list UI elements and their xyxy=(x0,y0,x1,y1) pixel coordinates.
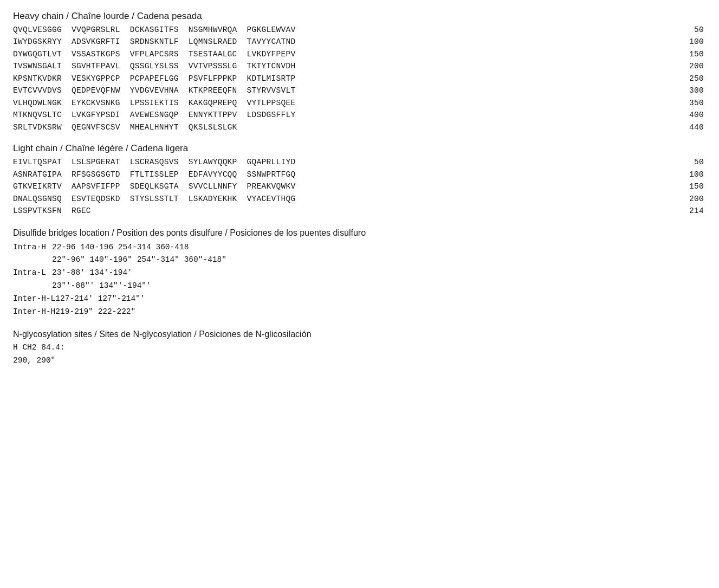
sequence-groups: EVTCVVVDVS QEDPEVQFNW YVDGVEVHNA KTKPREE… xyxy=(13,85,680,96)
sequence-number: 350 xyxy=(680,97,706,109)
sequence-number: 440 xyxy=(680,121,706,133)
disulfide-values: 219-219" 222-222" xyxy=(55,306,706,319)
disulfide-values: 127-214' 127"-214"' xyxy=(55,293,706,306)
disulfide-values: 22"-96" 140"-196" 254"-314" 360"-418" xyxy=(52,254,706,267)
sequence-groups: KPSNTKVDKR VESKYGPPCP PCPAPEFLGG PSVFLFP… xyxy=(13,73,680,85)
disulfide-title: Disulfide bridges location / Position de… xyxy=(13,228,706,238)
disulfide-values: 23'-88' 134'-194' xyxy=(52,267,706,280)
sequence-number: 150 xyxy=(680,48,706,60)
disulfide-row: Inter-H-L127-214' 127"-214"' xyxy=(13,293,706,306)
glyco-line: 290, 290" xyxy=(13,354,706,367)
sequence-line: GTKVEIKRTV AAPSVFIFPP SDEQLKSGTA SVVCLLN… xyxy=(13,180,706,192)
sequence-number: 50 xyxy=(680,156,706,168)
sequence-line: QVQLVESGGG VVQPGRSLRL DCKASGITFS NSGMHWV… xyxy=(13,24,706,36)
sequence-groups: ASNRATGIPA RFSGSGSGTD FTLTISSLEP EDFAVYY… xyxy=(13,169,680,180)
glyco-line: H CH2 84.4: xyxy=(13,341,706,354)
disulfide-content: Intra-H22-96 140-196 254-314 360-41822"-… xyxy=(13,241,706,319)
sequence-groups: SRLTVDKSRW QEGNVFSCSV MHEALHNHYT QKSLSLS… xyxy=(13,121,680,133)
sequence-line: MTKNQVSLTC LVKGFYPSDI AVEWESNGQP ENNYKTT… xyxy=(13,109,706,121)
sequence-number: 400 xyxy=(680,109,706,121)
sequence-line: SRLTVDKSRW QEGNVFSCSV MHEALHNHYT QKSLSLS… xyxy=(13,121,706,133)
sequence-line: EVTCVVVDVS QEDPEVQFNW YVDGVEVHNA KTKPREE… xyxy=(13,85,706,96)
heavy-chain-section: Heavy chain / Chaîne lourde / Cadena pes… xyxy=(13,11,706,133)
light-chain-sequences: EIVLTQSPAT LSLSPGERAT LSCRASQSVS SYLAWYQ… xyxy=(13,156,706,217)
sequence-groups: DYWGQGTLVT VSSASTKGPS VFPLAPCSRS TSESTAA… xyxy=(13,48,680,60)
sequence-groups: VLHQDWLNGK EYKCKVSNKG LPSSIEKTIS KAKGQPR… xyxy=(13,97,680,109)
sequence-groups: DNALQSGNSQ ESVTEQDSKD STYSLSSTLT LSKADYE… xyxy=(13,193,680,205)
sequence-line: KPSNTKVDKR VESKYGPPCP PCPAPEFLGG PSVFLFP… xyxy=(13,73,706,85)
sequence-groups: MTKNQVSLTC LVKGFYPSDI AVEWESNGQP ENNYKTT… xyxy=(13,109,680,121)
sequence-line: LSSPVTKSFN RGEC214 xyxy=(13,205,706,217)
light-chain-title: Light chain / Chaîne légère / Cadena lig… xyxy=(13,143,706,154)
sequence-groups: IWYDGSKRYY ADSVKGRFTI SRDNSKNTLF LQMNSLR… xyxy=(13,36,680,48)
heavy-chain-title: Heavy chain / Chaîne lourde / Cadena pes… xyxy=(13,11,706,22)
sequence-line: DNALQSGNSQ ESVTEQDSKD STYSLSSTLT LSKADYE… xyxy=(13,193,706,205)
sequence-number: 200 xyxy=(680,60,706,72)
disulfide-row: 23"'-88"' 134"'-194"' xyxy=(13,280,706,293)
disulfide-label: Inter-H-L xyxy=(13,293,55,306)
disulfide-values: 22-96 140-196 254-314 360-418 xyxy=(52,241,706,254)
sequence-number: 50 xyxy=(680,24,706,36)
disulfide-label: Intra-L xyxy=(13,267,52,280)
sequence-number: 200 xyxy=(680,193,706,205)
disulfide-row: Inter-H-H219-219" 222-222" xyxy=(13,306,706,319)
sequence-number: 150 xyxy=(680,180,706,192)
sequence-line: TVSWNSGALT SGVHTFPAVL QSSGLYSLSS VVTVPSS… xyxy=(13,60,706,72)
sequence-line: IWYDGSKRYY ADSVKGRFTI SRDNSKNTLF LQMNSLR… xyxy=(13,36,706,48)
sequence-number: 300 xyxy=(680,85,706,96)
sequence-line: DYWGQGTLVT VSSASTKGPS VFPLAPCSRS TSESTAA… xyxy=(13,48,706,60)
disulfide-section: Disulfide bridges location / Position de… xyxy=(13,228,706,319)
disulfide-row: Intra-H22-96 140-196 254-314 360-418 xyxy=(13,241,706,254)
glyco-title: N-glycosylation sites / Sites de N-glyco… xyxy=(13,329,706,339)
sequence-line: EIVLTQSPAT LSLSPGERAT LSCRASQSVS SYLAWYQ… xyxy=(13,156,706,168)
sequence-number: 214 xyxy=(680,205,706,217)
sequence-number: 100 xyxy=(680,36,706,48)
glyco-content: H CH2 84.4:290, 290" xyxy=(13,341,706,367)
disulfide-row: 22"-96" 140"-196" 254"-314" 360"-418" xyxy=(13,254,706,267)
disulfide-label: Intra-H xyxy=(13,241,52,254)
sequence-groups: TVSWNSGALT SGVHTFPAVL QSSGLYSLSS VVTVPSS… xyxy=(13,60,680,72)
disulfide-label: Inter-H-H xyxy=(13,306,55,319)
sequence-line: VLHQDWLNGK EYKCKVSNKG LPSSIEKTIS KAKGQPR… xyxy=(13,97,706,109)
disulfide-values: 23"'-88"' 134"'-194"' xyxy=(52,280,706,293)
sequence-groups: GTKVEIKRTV AAPSVFIFPP SDEQLKSGTA SVVCLLN… xyxy=(13,180,680,192)
sequence-groups: LSSPVTKSFN RGEC xyxy=(13,205,680,217)
sequence-number: 250 xyxy=(680,73,706,85)
sequence-groups: QVQLVESGGG VVQPGRSLRL DCKASGITFS NSGMHWV… xyxy=(13,24,680,36)
sequence-line: ASNRATGIPA RFSGSGSGTD FTLTISSLEP EDFAVYY… xyxy=(13,169,706,180)
heavy-chain-sequences: QVQLVESGGG VVQPGRSLRL DCKASGITFS NSGMHWV… xyxy=(13,24,706,133)
sequence-groups: EIVLTQSPAT LSLSPGERAT LSCRASQSVS SYLAWYQ… xyxy=(13,156,680,168)
glycosylation-section: N-glycosylation sites / Sites de N-glyco… xyxy=(13,329,706,367)
light-chain-section: Light chain / Chaîne légère / Cadena lig… xyxy=(13,143,706,217)
disulfide-row: Intra-L23'-88' 134'-194' xyxy=(13,267,706,280)
sequence-number: 100 xyxy=(680,169,706,180)
